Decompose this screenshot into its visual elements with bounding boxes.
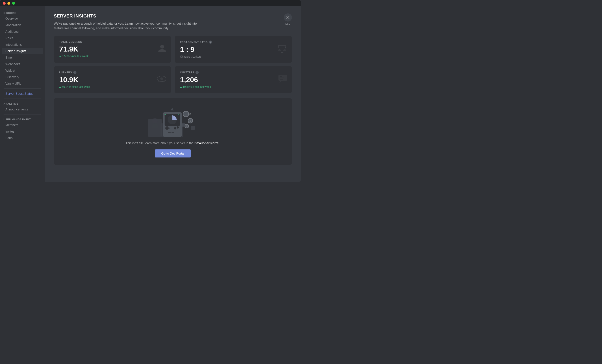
svg-point-24 [177, 126, 179, 129]
stat-label-chatters: CHATTERS i [180, 71, 287, 74]
go-to-dev-portal-button[interactable]: Go to Dev Portal [155, 149, 191, 157]
close-area: ESC [284, 13, 292, 25]
svg-text:i: i [190, 120, 191, 122]
svg-point-20 [178, 114, 179, 115]
info-icon-chatters: i [195, 71, 199, 74]
chat-icon [278, 74, 287, 85]
svg-point-23 [174, 127, 176, 129]
stat-sub-engagement-ratio: Chatters : Lurkers [180, 55, 287, 58]
close-page-button[interactable] [284, 13, 292, 21]
stat-card-lurkers: LURKERS i 10.9K 59.84% since last week [54, 66, 171, 93]
sidebar-item-server-boost-status[interactable]: Server Boost Status [2, 91, 43, 97]
sidebar-item-discovery[interactable]: Discovery [2, 74, 43, 80]
sidebar-item-vanity-url[interactable]: Vanity URL [2, 80, 43, 87]
stats-grid: TOTAL MEMBERS 71.9K 0.53% since last wee… [54, 36, 292, 93]
sidebar-item-members[interactable]: Members [2, 122, 43, 128]
sidebar-item-audit-log[interactable]: Audit Log [2, 29, 43, 35]
sidebar-item-integrations[interactable]: Integrations [2, 42, 43, 48]
svg-line-3 [285, 45, 286, 50]
svg-point-39 [152, 118, 158, 124]
stat-label-lurkers: LURKERS i [59, 71, 166, 74]
svg-rect-10 [280, 76, 282, 77]
arrow-up-icon-chatters [180, 86, 182, 88]
arrow-up-icon-lurkers [59, 86, 61, 88]
sidebar-divider-3 [4, 114, 41, 114]
stat-card-engagement-ratio: ENGAGEMENT RATIO i 1 : 9 Chatters : Lurk… [175, 36, 292, 63]
section-label-analytics: ANALYTICS [0, 101, 45, 106]
close-esc-label: ESC [285, 22, 290, 25]
stat-change-chatters: 19.88% since last week [180, 85, 287, 88]
svg-rect-25 [168, 132, 171, 133]
app-body: DISCORD Overview Moderation Audit Log Ro… [0, 6, 301, 182]
svg-line-2 [278, 45, 279, 50]
page-description: We've put together a bunch of helpful da… [54, 21, 206, 31]
sidebar-item-webhooks[interactable]: Webhooks [2, 61, 43, 67]
svg-point-5 [283, 49, 286, 51]
svg-point-8 [160, 77, 163, 80]
developer-portal-link: Developer Portal [194, 141, 219, 145]
info-icon-engagement: i [209, 41, 212, 44]
scale-icon [277, 43, 287, 55]
svg-rect-37 [191, 126, 195, 130]
close-icon [286, 16, 290, 19]
stat-value-total-members: 71.9K [59, 45, 166, 53]
arrow-up-icon [59, 56, 61, 57]
sidebar-item-emoji[interactable]: Emoji [2, 54, 43, 61]
svg-rect-26 [172, 132, 174, 133]
sidebar: DISCORD Overview Moderation Audit Log Ro… [0, 6, 45, 182]
sidebar-item-bans[interactable]: Bans [2, 135, 43, 141]
svg-rect-22 [166, 126, 168, 130]
svg-marker-38 [171, 108, 174, 110]
stat-card-total-members: TOTAL MEMBERS 71.9K 0.53% since last wee… [54, 36, 171, 63]
stat-change-total-members: 0.53% since last week [59, 55, 166, 58]
main-content: SERVER INSIGHTS We've put together a bun… [45, 6, 301, 182]
section-label-user-management: USER MANAGEMENT [0, 116, 45, 122]
header-text: SERVER INSIGHTS We've put together a bun… [54, 13, 206, 31]
sidebar-item-widget[interactable]: Widget [2, 67, 43, 74]
svg-text:i: i [187, 125, 187, 127]
svg-point-4 [278, 49, 281, 51]
svg-text:×: × [189, 112, 191, 115]
svg-rect-36 [182, 124, 185, 126]
svg-rect-12 [280, 79, 283, 80]
dev-portal-card: i i i [54, 98, 292, 165]
sidebar-divider-1 [4, 88, 41, 89]
sidebar-item-announcements[interactable]: Announcements [2, 106, 43, 113]
titlebar [0, 0, 301, 6]
dev-portal-illustration: i i i [148, 105, 197, 137]
stat-label-total-members: TOTAL MEMBERS [59, 41, 166, 43]
sidebar-item-roles[interactable]: Roles [2, 35, 43, 41]
stat-value-engagement-ratio: 1 : 9 [180, 45, 287, 54]
info-icon-lurkers: i [73, 71, 76, 74]
stat-change-lurkers: 59.84% since last week [59, 85, 166, 88]
sidebar-divider-2 [4, 99, 41, 99]
svg-text:i: i [185, 113, 186, 116]
sidebar-item-moderation[interactable]: Moderation [2, 22, 43, 28]
eye-icon [157, 74, 167, 85]
stat-label-engagement-ratio: ENGAGEMENT RATIO i [180, 41, 287, 44]
person-icon [158, 44, 167, 55]
dev-portal-text: This isn't all! Learn more about your se… [126, 141, 220, 145]
page-header: SERVER INSIGHTS We've put together a bun… [54, 13, 292, 31]
section-label-discord: DISCORD [0, 10, 45, 15]
stat-value-lurkers: 10.9K [59, 76, 166, 84]
svg-rect-11 [280, 77, 284, 78]
minimize-button[interactable] [7, 2, 10, 5]
sidebar-item-invites[interactable]: Invites [2, 128, 43, 135]
page-title: SERVER INSIGHTS [54, 13, 206, 19]
stat-value-chatters: 1,206 [180, 76, 287, 84]
close-button[interactable] [3, 2, 6, 5]
sidebar-item-server-insights[interactable]: Server Insights [2, 48, 43, 54]
stat-card-chatters: CHATTERS i 1,206 19.88% since last week [175, 66, 292, 93]
maximize-button[interactable] [12, 2, 15, 5]
sidebar-item-overview[interactable]: Overview [2, 15, 43, 22]
svg-rect-19 [165, 114, 166, 115]
